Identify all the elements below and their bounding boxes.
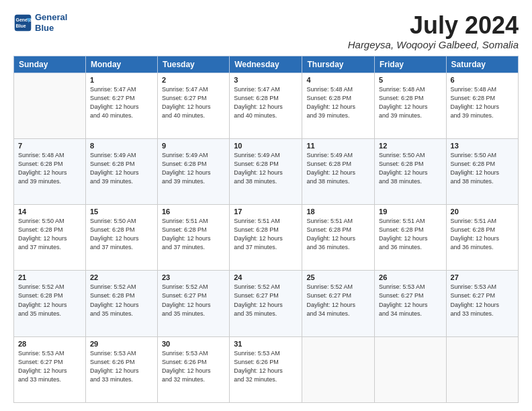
day-info: Sunrise: 5:48 AM Sunset: 6:28 PM Dayligh… — [379, 85, 442, 120]
calendar-table: SundayMondayTuesdayWednesdayThursdayFrid… — [13, 56, 519, 403]
weekday-header-tuesday: Tuesday — [157, 56, 229, 73]
day-number: 27 — [451, 273, 514, 281]
day-info: Sunrise: 5:53 AM Sunset: 6:26 PM Dayligh… — [90, 349, 153, 384]
day-info: Sunrise: 5:49 AM Sunset: 6:28 PM Dayligh… — [162, 151, 225, 186]
day-number: 2 — [162, 76, 225, 84]
day-number: 9 — [162, 142, 225, 150]
weekday-row: SundayMondayTuesdayWednesdayThursdayFrid… — [14, 56, 519, 73]
day-info: Sunrise: 5:51 AM Sunset: 6:28 PM Dayligh… — [162, 217, 225, 252]
calendar-cell: 16Sunrise: 5:51 AM Sunset: 6:28 PM Dayli… — [157, 205, 229, 271]
calendar-cell: 11Sunrise: 5:49 AM Sunset: 6:28 PM Dayli… — [302, 138, 375, 204]
day-info: Sunrise: 5:48 AM Sunset: 6:28 PM Dayligh… — [18, 151, 81, 186]
day-info: Sunrise: 5:47 AM Sunset: 6:27 PM Dayligh… — [162, 85, 225, 120]
calendar-cell: 29Sunrise: 5:53 AM Sunset: 6:26 PM Dayli… — [85, 336, 157, 402]
weekday-header-friday: Friday — [375, 56, 447, 73]
day-number: 12 — [379, 142, 442, 150]
day-number: 20 — [451, 208, 514, 216]
day-number: 29 — [90, 340, 153, 348]
day-number: 5 — [379, 76, 442, 84]
calendar-cell — [375, 336, 447, 402]
weekday-header-saturday: Saturday — [446, 56, 518, 73]
calendar-cell: 27Sunrise: 5:53 AM Sunset: 6:27 PM Dayli… — [446, 271, 518, 336]
day-info: Sunrise: 5:53 AM Sunset: 6:27 PM Dayligh… — [379, 283, 442, 318]
day-number: 11 — [306, 142, 370, 150]
calendar-cell: 8Sunrise: 5:49 AM Sunset: 6:28 PM Daylig… — [85, 138, 157, 204]
day-info: Sunrise: 5:53 AM Sunset: 6:27 PM Dayligh… — [18, 349, 81, 384]
weekday-header-monday: Monday — [85, 56, 157, 73]
logo-icon: General Blue — [13, 13, 32, 32]
calendar-cell: 15Sunrise: 5:50 AM Sunset: 6:28 PM Dayli… — [85, 205, 157, 271]
calendar-cell: 22Sunrise: 5:52 AM Sunset: 6:28 PM Dayli… — [85, 271, 157, 336]
day-info: Sunrise: 5:53 AM Sunset: 6:26 PM Dayligh… — [162, 349, 225, 384]
calendar-cell: 30Sunrise: 5:53 AM Sunset: 6:26 PM Dayli… — [157, 336, 229, 402]
day-number: 4 — [306, 76, 370, 84]
day-info: Sunrise: 5:48 AM Sunset: 6:28 PM Dayligh… — [451, 85, 514, 120]
logo: General Blue General Blue — [13, 12, 67, 33]
day-number: 24 — [234, 273, 298, 281]
day-number: 28 — [18, 340, 81, 348]
logo-line2: Blue — [35, 23, 54, 33]
day-number: 25 — [306, 273, 370, 281]
main-title: July 2024 — [348, 12, 519, 39]
calendar-cell: 7Sunrise: 5:48 AM Sunset: 6:28 PM Daylig… — [14, 138, 86, 204]
logo-text: General Blue — [35, 12, 67, 33]
subtitle: Hargeysa, Woqooyi Galbeed, Somalia — [348, 39, 519, 50]
calendar-cell: 28Sunrise: 5:53 AM Sunset: 6:27 PM Dayli… — [14, 336, 86, 402]
day-number: 23 — [162, 273, 225, 281]
calendar-cell: 3Sunrise: 5:47 AM Sunset: 6:28 PM Daylig… — [230, 73, 302, 138]
calendar-cell: 10Sunrise: 5:49 AM Sunset: 6:28 PM Dayli… — [230, 138, 302, 204]
header: General Blue General Blue July 2024 Harg… — [13, 12, 519, 50]
calendar-cell: 24Sunrise: 5:52 AM Sunset: 6:27 PM Dayli… — [230, 271, 302, 336]
day-number: 8 — [90, 142, 153, 150]
day-info: Sunrise: 5:50 AM Sunset: 6:28 PM Dayligh… — [18, 217, 81, 252]
calendar-cell: 9Sunrise: 5:49 AM Sunset: 6:28 PM Daylig… — [157, 138, 229, 204]
calendar-cell: 13Sunrise: 5:50 AM Sunset: 6:28 PM Dayli… — [446, 138, 518, 204]
title-block: July 2024 Hargeysa, Woqooyi Galbeed, Som… — [348, 12, 519, 50]
calendar-week-1: 1Sunrise: 5:47 AM Sunset: 6:27 PM Daylig… — [14, 73, 519, 138]
calendar-cell: 4Sunrise: 5:48 AM Sunset: 6:28 PM Daylig… — [302, 73, 375, 138]
calendar-week-5: 28Sunrise: 5:53 AM Sunset: 6:27 PM Dayli… — [14, 336, 519, 402]
day-info: Sunrise: 5:51 AM Sunset: 6:28 PM Dayligh… — [379, 217, 442, 252]
calendar-week-3: 14Sunrise: 5:50 AM Sunset: 6:28 PM Dayli… — [14, 205, 519, 271]
day-info: Sunrise: 5:47 AM Sunset: 6:28 PM Dayligh… — [234, 85, 298, 120]
day-info: Sunrise: 5:47 AM Sunset: 6:27 PM Dayligh… — [90, 85, 153, 120]
day-info: Sunrise: 5:50 AM Sunset: 6:28 PM Dayligh… — [379, 151, 442, 186]
calendar-cell: 5Sunrise: 5:48 AM Sunset: 6:28 PM Daylig… — [375, 73, 447, 138]
day-info: Sunrise: 5:52 AM Sunset: 6:28 PM Dayligh… — [90, 283, 153, 318]
logo-line1: General — [35, 12, 67, 22]
day-info: Sunrise: 5:53 AM Sunset: 6:27 PM Dayligh… — [451, 283, 514, 318]
calendar-week-2: 7Sunrise: 5:48 AM Sunset: 6:28 PM Daylig… — [14, 138, 519, 204]
day-number: 30 — [162, 340, 225, 348]
calendar-cell: 21Sunrise: 5:52 AM Sunset: 6:28 PM Dayli… — [14, 271, 86, 336]
calendar-cell: 17Sunrise: 5:51 AM Sunset: 6:28 PM Dayli… — [230, 205, 302, 271]
day-number: 1 — [90, 76, 153, 84]
day-info: Sunrise: 5:48 AM Sunset: 6:28 PM Dayligh… — [306, 85, 370, 120]
svg-text:Blue: Blue — [16, 24, 26, 28]
day-info: Sunrise: 5:49 AM Sunset: 6:28 PM Dayligh… — [90, 151, 153, 186]
day-info: Sunrise: 5:52 AM Sunset: 6:27 PM Dayligh… — [306, 283, 370, 318]
day-info: Sunrise: 5:51 AM Sunset: 6:28 PM Dayligh… — [306, 217, 370, 252]
day-number: 31 — [234, 340, 298, 348]
calendar-cell — [302, 336, 375, 402]
calendar-cell: 26Sunrise: 5:53 AM Sunset: 6:27 PM Dayli… — [375, 271, 447, 336]
day-number: 15 — [90, 208, 153, 216]
calendar-cell: 12Sunrise: 5:50 AM Sunset: 6:28 PM Dayli… — [375, 138, 447, 204]
calendar-cell: 6Sunrise: 5:48 AM Sunset: 6:28 PM Daylig… — [446, 73, 518, 138]
weekday-header-wednesday: Wednesday — [230, 56, 302, 73]
day-number: 7 — [18, 142, 81, 150]
day-info: Sunrise: 5:50 AM Sunset: 6:28 PM Dayligh… — [451, 151, 514, 186]
weekday-header-thursday: Thursday — [302, 56, 375, 73]
calendar-cell: 18Sunrise: 5:51 AM Sunset: 6:28 PM Dayli… — [302, 205, 375, 271]
day-number: 19 — [379, 208, 442, 216]
calendar-cell: 31Sunrise: 5:53 AM Sunset: 6:26 PM Dayli… — [230, 336, 302, 402]
day-number: 26 — [379, 273, 442, 281]
calendar-cell — [446, 336, 518, 402]
day-info: Sunrise: 5:51 AM Sunset: 6:28 PM Dayligh… — [234, 217, 298, 252]
page: General Blue General Blue July 2024 Harg… — [0, 0, 532, 411]
calendar-cell: 19Sunrise: 5:51 AM Sunset: 6:28 PM Dayli… — [375, 205, 447, 271]
day-info: Sunrise: 5:52 AM Sunset: 6:28 PM Dayligh… — [18, 283, 81, 318]
day-number: 17 — [234, 208, 298, 216]
calendar-body: 1Sunrise: 5:47 AM Sunset: 6:27 PM Daylig… — [14, 73, 519, 402]
calendar-header: SundayMondayTuesdayWednesdayThursdayFrid… — [14, 56, 519, 73]
day-info: Sunrise: 5:49 AM Sunset: 6:28 PM Dayligh… — [234, 151, 298, 186]
